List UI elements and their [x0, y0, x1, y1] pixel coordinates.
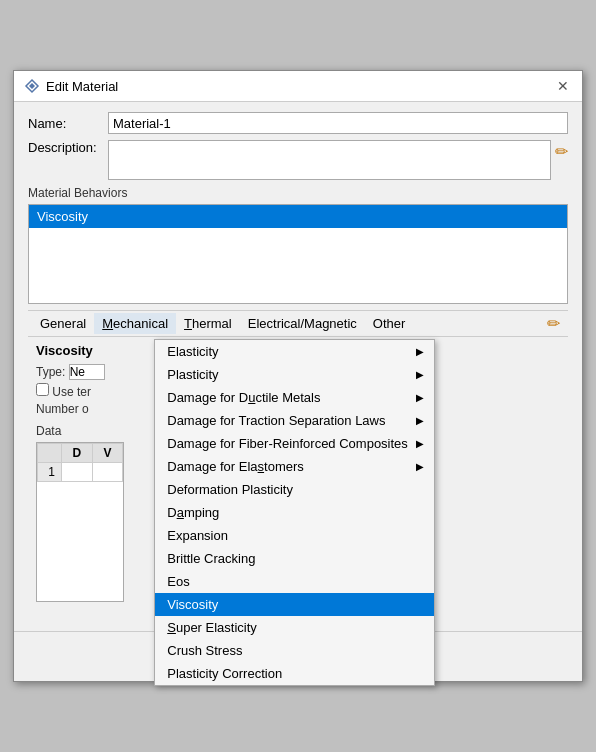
dd-deformation-plasticity[interactable]: Deformation Plasticity: [155, 478, 434, 501]
dd-plasticity-correction-label: Plasticity Correction: [167, 666, 282, 681]
dd-damping-label: Damping: [167, 505, 219, 520]
viscosity-title: Viscosity: [36, 343, 124, 358]
dialog-title: Edit Material: [46, 79, 118, 94]
damage-elastomers-arrow-icon: ▶: [416, 461, 424, 472]
dd-damage-ductile-label: Damage for Ductile Metals: [167, 390, 320, 405]
dd-crush-stress[interactable]: Crush Stress: [155, 639, 434, 662]
plasticity-arrow-icon: ▶: [416, 369, 424, 380]
data-table: D V 1: [37, 443, 123, 482]
dd-super-elasticity-label: Super Elasticity: [167, 620, 257, 635]
menu-electrical[interactable]: Electrical/Magnetic: [240, 313, 365, 334]
damage-ductile-arrow-icon: ▶: [416, 392, 424, 403]
type-row: Type:: [36, 364, 124, 380]
dd-damage-traction[interactable]: Damage for Traction Separation Laws▶: [155, 409, 434, 432]
col-num-header: [38, 444, 62, 463]
dd-damage-fiber-label: Damage for Fiber-Reinforced Composites: [167, 436, 408, 451]
menu-bar-pencil-icon[interactable]: ✏: [543, 314, 564, 333]
description-input-wrap: ✏: [108, 140, 568, 180]
damage-fiber-arrow-icon: ▶: [416, 438, 424, 449]
data-table-wrap: D V 1: [36, 442, 124, 602]
menu-mechanical-label: Mechanical: [102, 316, 168, 331]
dd-brittle-cracking-label: Brittle Cracking: [167, 551, 255, 566]
name-input[interactable]: [108, 112, 568, 134]
behavior-item-viscosity[interactable]: Viscosity: [29, 205, 567, 228]
row-num-1: 1: [38, 463, 62, 482]
data-section-label: Data: [36, 424, 124, 438]
menu-thermal[interactable]: Thermal: [176, 313, 240, 334]
dd-deformation-plasticity-label: Deformation Plasticity: [167, 482, 293, 497]
menu-general-label: General: [40, 316, 86, 331]
material-icon: [24, 78, 40, 94]
input-v-1[interactable]: [99, 465, 116, 479]
left-panel: Viscosity Type: Use ter Number o Data: [28, 343, 128, 611]
dd-crush-stress-label: Crush Stress: [167, 643, 242, 658]
menu-thermal-label: Thermal: [184, 316, 232, 331]
title-bar: Edit Material ✕: [14, 71, 582, 102]
name-row: Name:: [28, 112, 568, 134]
dd-eos-label: Eos: [167, 574, 189, 589]
dd-brittle-cracking[interactable]: Brittle Cracking: [155, 547, 434, 570]
use-term-checkbox[interactable]: [36, 383, 49, 396]
dd-expansion[interactable]: Expansion: [155, 524, 434, 547]
mechanical-dropdown: Elasticity▶ Plasticity▶ Damage for Ducti…: [154, 339, 435, 686]
menu-mechanical[interactable]: Mechanical Elasticity▶ Plasticity▶ Damag…: [94, 313, 176, 334]
description-input[interactable]: [108, 140, 551, 180]
menu-general[interactable]: General: [32, 313, 94, 334]
svg-marker-1: [29, 83, 35, 89]
dd-viscosity-label: Viscosity: [167, 597, 218, 612]
use-term-label: Use ter: [52, 385, 91, 399]
dd-eos[interactable]: Eos: [155, 570, 434, 593]
dd-damage-ductile[interactable]: Damage for Ductile Metals▶: [155, 386, 434, 409]
behaviors-list: Viscosity: [28, 204, 568, 304]
dd-plasticity[interactable]: Plasticity▶: [155, 363, 434, 386]
cell-v-1[interactable]: [92, 463, 122, 482]
description-label: Description:: [28, 140, 108, 155]
dd-plasticity-correction[interactable]: Plasticity Correction: [155, 662, 434, 685]
dd-elasticity-label: Elasticity: [167, 344, 218, 359]
dd-plasticity-label: Plasticity: [167, 367, 218, 382]
dialog-body: Name: Description: ✏ Material Behaviors …: [14, 102, 582, 627]
input-d-1[interactable]: [68, 465, 86, 479]
dd-expansion-label: Expansion: [167, 528, 228, 543]
number-label: Number o: [36, 402, 89, 416]
number-row: Number o: [36, 402, 124, 416]
type-label: Type:: [36, 365, 65, 379]
dd-damage-fiber[interactable]: Damage for Fiber-Reinforced Composites▶: [155, 432, 434, 455]
dd-elasticity[interactable]: Elasticity▶: [155, 340, 434, 363]
dd-super-elasticity[interactable]: Super Elasticity: [155, 616, 434, 639]
dd-damage-traction-label: Damage for Traction Separation Laws: [167, 413, 385, 428]
dd-damage-elastomers[interactable]: Damage for Elastomers▶: [155, 455, 434, 478]
title-bar-left: Edit Material: [24, 78, 118, 94]
dd-damping[interactable]: Damping: [155, 501, 434, 524]
col-d-header: D: [62, 444, 93, 463]
behaviors-section-label: Material Behaviors: [28, 186, 568, 200]
description-pencil-icon[interactable]: ✏: [555, 142, 568, 161]
damage-traction-arrow-icon: ▶: [416, 415, 424, 426]
use-term-row: Use ter: [36, 383, 124, 399]
dd-damage-elastomers-label: Damage for Elastomers: [167, 459, 304, 474]
menu-other[interactable]: Other: [365, 313, 414, 334]
table-row: 1: [38, 463, 123, 482]
menu-electrical-label: Electrical/Magnetic: [248, 316, 357, 331]
edit-material-dialog: Edit Material ✕ Name: Description: ✏ Mat…: [13, 70, 583, 682]
col-v-header: V: [92, 444, 122, 463]
menu-other-label: Other: [373, 316, 406, 331]
type-input[interactable]: [69, 364, 105, 380]
cell-d-1[interactable]: [62, 463, 93, 482]
elasticity-arrow-icon: ▶: [416, 346, 424, 357]
menu-bar: General Mechanical Elasticity▶ Plasticit…: [28, 310, 568, 337]
name-label: Name:: [28, 116, 108, 131]
dd-viscosity[interactable]: Viscosity: [155, 593, 434, 616]
description-row: Description: ✏: [28, 140, 568, 180]
close-button[interactable]: ✕: [554, 77, 572, 95]
